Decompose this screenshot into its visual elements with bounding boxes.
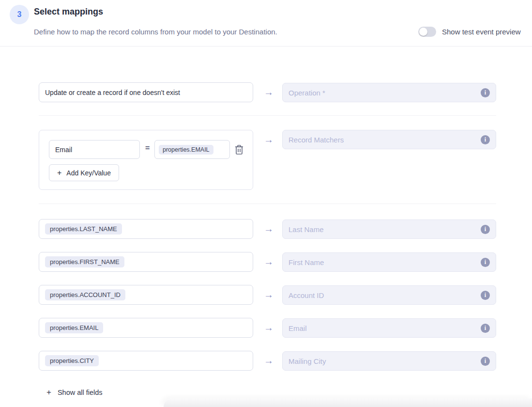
mapping-destination-field[interactable]: First Name i <box>282 252 496 272</box>
mapping-destination-field[interactable]: Last Name i <box>282 219 496 239</box>
plus-icon: + <box>57 169 61 177</box>
trash-icon[interactable] <box>234 144 244 155</box>
arrow-right-icon: → <box>262 223 275 235</box>
destination-field-label: Mailing City <box>289 357 326 365</box>
mapping-destination-field[interactable]: Email i <box>282 318 496 338</box>
equals-icon: = <box>145 144 150 153</box>
record-matchers-destination-label: Record Matchers <box>289 136 344 144</box>
destination-field-label: Email <box>289 324 307 332</box>
info-icon[interactable]: i <box>481 88 490 97</box>
record-matchers-destination-field[interactable]: Record Matchers i <box>282 130 496 149</box>
mapping-destination-field[interactable]: Mailing City i <box>282 351 496 371</box>
arrow-right-icon: → <box>262 134 275 145</box>
header-divider <box>0 46 532 47</box>
matcher-value-input[interactable]: properties.EMAIL <box>154 140 230 159</box>
destination-field-label: Account ID <box>289 291 324 299</box>
arrow-right-icon: → <box>262 289 275 300</box>
select-mappings-page: 3 Select mappings Define how to map the … <box>0 0 532 407</box>
info-icon[interactable]: i <box>481 357 490 366</box>
toggle-label: Show test event preview <box>442 28 521 36</box>
arrow-right-icon: → <box>262 355 275 366</box>
source-column-chip[interactable]: properties.LAST_NAME <box>45 223 122 235</box>
page-subtitle: Define how to map the record columns fro… <box>34 28 277 36</box>
toggle-knob <box>419 28 427 36</box>
source-column-chip[interactable]: properties.EMAIL <box>45 322 103 333</box>
mapping-source-input[interactable]: properties.ACCOUNT_ID <box>39 285 253 305</box>
step-number-badge: 3 <box>10 5 29 24</box>
page-title: Select mappings <box>34 7 103 17</box>
arrow-right-icon: → <box>262 87 275 98</box>
info-icon[interactable]: i <box>481 135 490 144</box>
arrow-right-icon: → <box>262 256 275 267</box>
destination-field-label: First Name <box>289 258 324 266</box>
mapping-destination-field[interactable]: Account ID i <box>282 285 496 305</box>
show-all-fields-label: Show all fields <box>58 389 103 396</box>
mapping-source-input[interactable]: properties.CITY <box>39 351 253 371</box>
mapping-source-input[interactable]: properties.FIRST_NAME <box>39 252 253 272</box>
operation-source-input[interactable]: Update or create a record if one doesn't… <box>39 82 253 102</box>
show-test-event-preview-toggle[interactable] <box>418 27 436 37</box>
bottom-panel-edge <box>164 398 532 407</box>
operation-destination-label: Operation * <box>289 89 325 97</box>
show-all-fields-button[interactable]: + Show all fields <box>46 388 103 397</box>
info-icon[interactable]: i <box>481 291 490 300</box>
mapping-source-input[interactable]: properties.LAST_NAME <box>39 219 253 239</box>
add-key-value-label: Add Key/Value <box>66 169 111 177</box>
operation-destination-field[interactable]: Operation * i <box>282 83 496 102</box>
test-event-preview-toggle-group: Show test event preview <box>418 27 521 37</box>
record-matchers-group: Email = properties.EMAIL + Add Key/Value <box>39 130 253 190</box>
add-key-value-button[interactable]: + Add Key/Value <box>49 164 119 181</box>
arrow-right-icon: → <box>262 322 275 333</box>
source-column-chip[interactable]: properties.FIRST_NAME <box>45 256 124 267</box>
source-column-chip[interactable]: properties.CITY <box>45 355 99 366</box>
section-divider <box>39 204 496 204</box>
matcher-key-input[interactable]: Email <box>49 140 140 159</box>
matcher-value-chip[interactable]: properties.EMAIL <box>159 145 213 155</box>
operation-source-value: Update or create a record if one doesn't… <box>45 89 180 96</box>
mapping-source-input[interactable]: properties.EMAIL <box>39 318 253 338</box>
info-icon[interactable]: i <box>481 225 490 234</box>
info-icon[interactable]: i <box>481 324 490 333</box>
destination-field-label: Last Name <box>289 225 324 234</box>
info-icon[interactable]: i <box>481 258 490 267</box>
plus-icon: + <box>46 388 51 397</box>
source-column-chip[interactable]: properties.ACCOUNT_ID <box>45 289 125 300</box>
section-divider <box>39 115 496 116</box>
matcher-key-value: Email <box>55 146 72 154</box>
